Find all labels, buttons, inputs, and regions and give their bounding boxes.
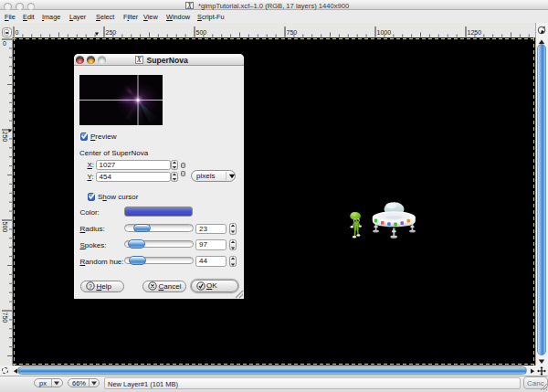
svg-text:0: 0 [16,29,19,36]
svg-text:?: ? [89,283,92,290]
svg-text:1000: 1000 [377,29,392,36]
svg-text:750: 750 [2,313,8,323]
svg-text:750: 750 [287,29,298,36]
svg-text:500: 500 [196,29,207,36]
svg-text:500: 500 [2,222,8,233]
svg-text:250: 250 [2,132,8,143]
svg-text:250: 250 [106,29,117,36]
svg-text:0: 0 [3,40,6,47]
svg-text:1250: 1250 [468,29,482,36]
